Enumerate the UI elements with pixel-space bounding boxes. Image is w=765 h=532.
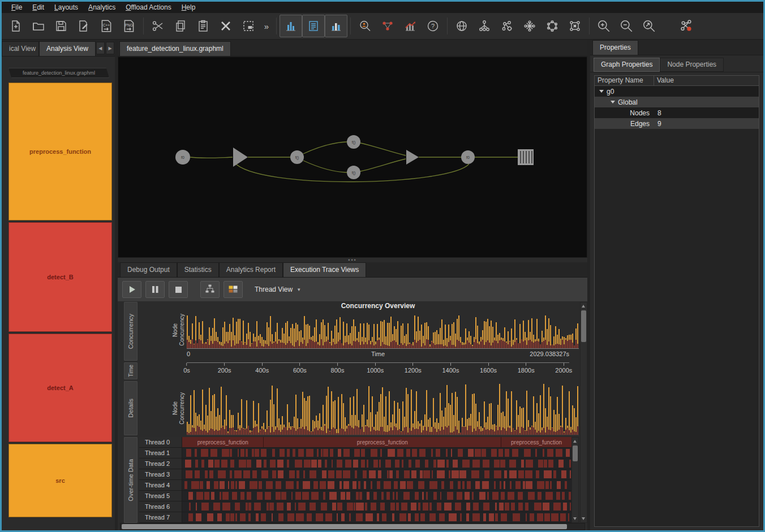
- treemap-file-header[interactable]: feature_detection_linux.graphml: [8, 68, 109, 78]
- topology-gear-button[interactable]: [496, 15, 518, 37]
- thread-row-4[interactable]: Thread 4: [139, 480, 571, 491]
- task-span[interactable]: preprocess_function: [501, 437, 571, 447]
- tab-analysis-view[interactable]: Analysis View: [39, 41, 96, 56]
- save-graph-button[interactable]: [50, 15, 72, 37]
- tab-feature-detection-graphml[interactable]: feature_detection_linux.graphml: [119, 41, 231, 56]
- scroll-up-icon[interactable]: [581, 302, 587, 310]
- scroll-thumb[interactable]: [122, 524, 567, 529]
- thread-track[interactable]: [182, 491, 571, 501]
- thread-row-0[interactable]: Thread 0 preprocess_function preprocess_…: [139, 437, 571, 448]
- section-details[interactable]: Details: [124, 381, 137, 435]
- play-button[interactable]: [122, 281, 141, 298]
- thread-row-6[interactable]: Thread 6: [139, 501, 571, 512]
- tab-ical-view[interactable]: ical View: [2, 41, 39, 56]
- treemap-block-detect-a[interactable]: detect_A: [8, 334, 112, 442]
- menu-layouts[interactable]: Layouts: [49, 2, 83, 12]
- tab-properties[interactable]: Properties: [592, 40, 638, 55]
- timeline-legend-button[interactable]: [224, 281, 243, 298]
- graph-node-join[interactable]: [406, 150, 419, 165]
- concurrency-overview-chart[interactable]: Concurrency Overview Node Concurrency 0 …: [139, 302, 579, 361]
- toolbar-overflow-button[interactable]: »: [260, 15, 273, 37]
- performance-analysis-button[interactable]: [399, 15, 422, 37]
- thread-row-1[interactable]: Thread 1: [139, 448, 571, 459]
- open-graph-button[interactable]: [27, 15, 50, 37]
- thread-track[interactable]: [182, 501, 571, 512]
- topology-mesh-button[interactable]: [518, 15, 541, 37]
- zoom-in-button[interactable]: [592, 15, 615, 37]
- graph-split-button[interactable]: [564, 15, 586, 37]
- scroll-thumb[interactable]: [581, 310, 586, 342]
- section-overtime-data[interactable]: Over-time Data: [124, 437, 137, 523]
- delete-button[interactable]: [214, 15, 237, 37]
- tab-scroll-left-button[interactable]: ◀: [96, 42, 105, 54]
- graph-node-buffer[interactable]: [233, 148, 248, 167]
- copy-button[interactable]: [169, 15, 192, 37]
- thread-track[interactable]: [182, 480, 571, 490]
- column-header-property-name[interactable]: Property Name: [595, 76, 654, 85]
- tab-statistics[interactable]: Statistics: [177, 262, 219, 277]
- tab-graph-properties[interactable]: Graph Properties: [594, 58, 660, 72]
- menu-file[interactable]: File: [6, 2, 27, 12]
- export-cpp-button[interactable]: C++: [95, 15, 118, 37]
- thread-row-7[interactable]: Thread 7: [139, 512, 571, 523]
- trace-scrollbar[interactable]: [580, 302, 587, 523]
- task-span[interactable]: preprocess_function: [182, 437, 264, 447]
- treemap-block-detect-b[interactable]: detect_B: [8, 222, 112, 332]
- zoom-out-button[interactable]: [615, 15, 638, 37]
- section-time[interactable]: Time: [124, 362, 137, 379]
- pause-button[interactable]: [145, 281, 165, 298]
- cut-button[interactable]: [147, 15, 169, 37]
- treemap-block-preprocess-function[interactable]: preprocess_function: [8, 83, 112, 220]
- table-row-edges[interactable]: Edges 9: [595, 118, 759, 129]
- scroll-down-icon[interactable]: [572, 515, 578, 522]
- graph-canvas[interactable]: f0 f() f() f() f0: [118, 57, 587, 258]
- thread-track[interactable]: [182, 512, 571, 522]
- tab-analytics-report[interactable]: Analytics Report: [219, 262, 283, 277]
- thread-track[interactable]: [182, 448, 571, 458]
- horizontal-splitter[interactable]: •••: [118, 258, 587, 262]
- thread-track[interactable]: [182, 459, 571, 469]
- treemap-block-src[interactable]: src: [8, 444, 112, 517]
- export-png-button[interactable]: PNG: [118, 15, 140, 37]
- thread-row-3[interactable]: Thread 3: [139, 469, 571, 480]
- stop-button[interactable]: [169, 281, 188, 298]
- thread-row-2[interactable]: Thread 2: [139, 459, 571, 469]
- details-bars[interactable]: [187, 381, 579, 435]
- time-axis[interactable]: 0s200s400s600s800s1000s1200s1400s1600s18…: [187, 362, 569, 379]
- table-row-g0[interactable]: g0: [595, 86, 759, 97]
- details-concurrency-chart[interactable]: Node Concurrency: [139, 381, 579, 435]
- histogram-view-button[interactable]: [280, 15, 302, 37]
- table-row-nodes[interactable]: Nodes 8: [595, 107, 759, 118]
- section-concurrency[interactable]: Concurrency: [124, 302, 137, 361]
- menu-help[interactable]: Help: [177, 2, 201, 12]
- edit-graph-button[interactable]: [72, 15, 95, 37]
- table-row-global[interactable]: Global: [595, 97, 759, 107]
- tab-execution-trace-views[interactable]: Execution Trace Views: [283, 262, 366, 277]
- scroll-up-icon[interactable]: [572, 438, 578, 445]
- expander-icon[interactable]: [611, 101, 615, 103]
- menu-analytics[interactable]: Analytics: [83, 2, 121, 12]
- graph-node-queue[interactable]: [518, 149, 534, 165]
- topology-tree-button[interactable]: [473, 15, 496, 37]
- topology-ring-button[interactable]: [541, 15, 564, 37]
- expander-icon[interactable]: [599, 90, 604, 93]
- group-hierarchy-button[interactable]: [200, 281, 220, 298]
- thread-row-5[interactable]: Thread 5: [139, 491, 571, 501]
- scroll-thumb[interactable]: [573, 446, 578, 461]
- thread-0-track[interactable]: preprocess_function preprocess_function …: [182, 437, 571, 447]
- topology-globe-button[interactable]: [450, 15, 473, 37]
- zoom-fit-button[interactable]: [638, 15, 660, 37]
- thread-track[interactable]: [182, 469, 571, 479]
- horizontal-scrollbar[interactable]: [120, 523, 585, 530]
- thread-scrollbar[interactable]: [571, 437, 579, 523]
- task-span[interactable]: preprocess_function: [264, 437, 501, 447]
- column-header-value[interactable]: Value: [654, 76, 759, 85]
- chart-view-button[interactable]: [325, 15, 347, 37]
- paste-button[interactable]: [192, 15, 214, 37]
- help-button[interactable]: ?: [422, 15, 444, 37]
- select-region-button[interactable]: [237, 15, 260, 37]
- tab-scroll-right-button[interactable]: ▶: [106, 42, 114, 54]
- find-node-button[interactable]: [354, 15, 376, 37]
- view-mode-select[interactable]: Thread View ▼: [255, 286, 301, 293]
- new-graph-button[interactable]: [5, 15, 27, 37]
